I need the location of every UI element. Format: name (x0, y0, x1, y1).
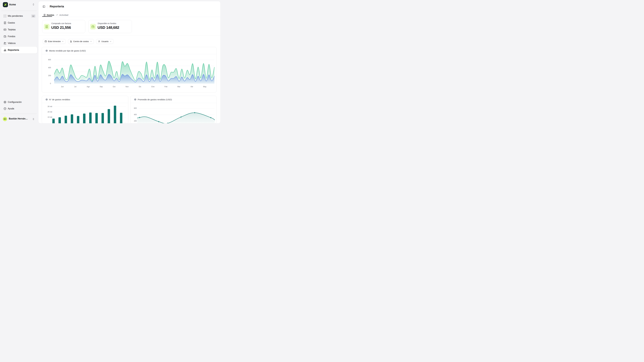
tabs-bottom-divider (38, 17, 220, 17)
filter-label: Centro de costos (73, 40, 89, 42)
credit-card-icon (4, 28, 6, 31)
info-icon[interactable] (46, 98, 48, 101)
activity-icon (56, 14, 58, 16)
data-point-marker (158, 121, 159, 122)
help-circle-icon (4, 107, 6, 110)
tab-label: Actividad (59, 14, 68, 16)
app-logo (3, 2, 8, 7)
bar (108, 109, 110, 123)
main-panel: Reporteria Gastos Actividad Comprado con… (38, 1, 220, 123)
bar-chart: 30 mil20 mil10 mil (42, 103, 128, 123)
avatar: BH (3, 117, 7, 121)
axis-tick-label: 0 (50, 82, 51, 84)
sidebar-item-label: Viáticos (8, 42, 16, 44)
axis-tick-label: Ene (152, 86, 154, 88)
axis-tick-label: Ago (87, 86, 90, 88)
summary-value: USD 148,682 (98, 25, 119, 30)
chart-title: Promedio de gastos rendidos (USD) (138, 98, 172, 101)
building-icon (70, 40, 72, 42)
receipt-icon (4, 21, 6, 24)
summary-card-comprado: Comprado con factura USD 21,556 (42, 20, 85, 33)
sidebar-item-ayuda[interactable]: Ayuda (1, 105, 37, 112)
axis-tick-label: Jul (74, 86, 76, 88)
chart-title-row: Monto rendido por tipo de gasto (USD) (42, 47, 216, 54)
axis-tick-label: 600 (48, 59, 51, 61)
line-fill (137, 113, 215, 123)
axis-tick-label: 600 (134, 107, 137, 109)
line-chart-card: Promedio de gastos rendidos (USD) 600400… (130, 96, 216, 123)
user-menu[interactable]: BH Bastián Hernán… (0, 115, 38, 123)
axis-tick-label: Dic (139, 86, 141, 88)
info-icon[interactable] (46, 49, 48, 52)
scan-focus-icon (4, 14, 6, 17)
filter-usuario-dropdown[interactable]: Usuario (96, 39, 114, 44)
tab-actividad[interactable]: Actividad (56, 13, 68, 17)
sidebar-item-mis-pendientes[interactable]: Mis pendientes 12 (1, 13, 37, 19)
org-name: Acme (9, 3, 16, 6)
axis-tick-label: 20 mil (48, 111, 52, 113)
summary-label: Disponible en fondos (98, 22, 116, 24)
filter-label: Este trimestre (48, 40, 60, 42)
axis-tick-label: 400 (134, 114, 137, 116)
sidebar-item-viaticos[interactable]: Viáticos (1, 40, 37, 47)
axis-tick-label: Feb (164, 86, 168, 88)
bar (77, 116, 79, 123)
chart-title: N° de gastos rendidos (49, 98, 70, 101)
sidebar-item-label: Mis pendientes (8, 15, 23, 17)
axis-tick-label: Sep (100, 86, 103, 88)
sidebar-item-gastos[interactable]: Gastos (1, 19, 37, 26)
sidebar-item-fondos[interactable]: Fondos (1, 33, 37, 40)
bar (120, 113, 122, 123)
chevrons-up-down-icon (32, 3, 35, 6)
axis-tick-label: Jun (61, 86, 64, 88)
data-point-marker (167, 123, 168, 123)
pending-count-badge: 12 (31, 14, 36, 18)
filter-label: Usuario (101, 40, 108, 42)
axis-tick-label: 200 (134, 120, 137, 122)
sidebar-item-configuracion[interactable]: Configuración (1, 99, 37, 105)
header-divider (47, 5, 48, 8)
axis-tick-label: 10 mil (48, 116, 52, 118)
tab-label: Gastos (47, 14, 54, 16)
sidebar-nav: Mis pendientes 12 Gastos Tarjetas Fondos… (0, 13, 38, 53)
axis-tick-label: Oct (113, 86, 116, 88)
summary-card-disponible: Disponible en fondos USD 148,682 (88, 20, 132, 33)
page-title: Reporteria (50, 5, 64, 8)
panel-left-toggle-icon[interactable] (42, 5, 45, 8)
axis-tick-label: Nov (126, 86, 128, 88)
info-icon[interactable] (134, 98, 136, 101)
summary-label: Comprado con factura (52, 22, 71, 24)
filter-periodo-dropdown[interactable]: Este trimestre (43, 39, 66, 44)
bar (71, 114, 73, 123)
bar (58, 117, 61, 123)
bar (114, 106, 116, 123)
bar (89, 112, 92, 123)
summary-value: USD 21,556 (51, 25, 71, 30)
area-chart: 6004002000JunJulAgoSepOctNovDicEneFebMar… (42, 54, 216, 92)
sidebar-item-tarjetas[interactable]: Tarjetas (1, 26, 37, 33)
bar (83, 114, 86, 123)
sidebar-item-label: Gastos (8, 21, 15, 24)
gear-icon (4, 101, 6, 103)
org-switcher[interactable]: Acme (0, 2, 38, 9)
sidebar-item-reporteria[interactable]: Reportería (1, 47, 37, 53)
bar (64, 116, 67, 123)
filter-centro-costos-dropdown[interactable]: Centro de costos (68, 39, 94, 44)
chart-column-icon (4, 49, 6, 51)
receipt-chip-icon (44, 24, 50, 29)
chevron-down-icon (90, 40, 92, 42)
receipt-icon (44, 14, 46, 16)
line-chart: 600400200 (130, 103, 216, 123)
chart-title: Monto rendido por tipo de gasto (USD) (49, 49, 86, 52)
logo-x-icon (4, 3, 7, 6)
sidebar-footer: Configuración Ayuda BH Bastián Hernán… (0, 99, 38, 125)
axis-tick-label: 30 mil (48, 105, 52, 107)
data-point-marker (210, 117, 211, 118)
chevron-down-icon (62, 40, 64, 42)
data-point-marker (180, 116, 181, 118)
wallet-chip-icon (90, 24, 96, 29)
wallet-icon (4, 35, 6, 38)
chart-title-row: N° de gastos rendidos (42, 96, 128, 103)
sidebar-item-label: Configuración (8, 101, 22, 103)
user-icon (98, 40, 100, 42)
